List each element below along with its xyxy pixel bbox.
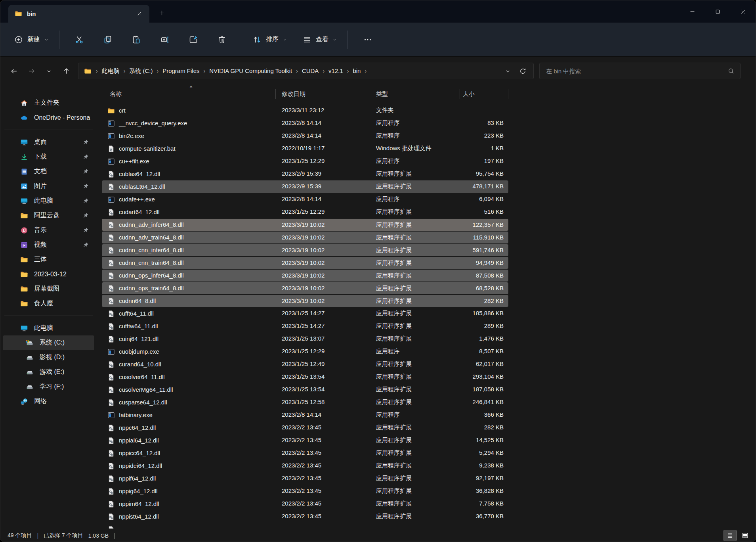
file-row[interactable]: cublas64_12.dll2023/2/9 15:39应用程序扩展95,75… bbox=[102, 168, 508, 180]
forward-button[interactable] bbox=[23, 63, 40, 79]
paste-button[interactable] bbox=[127, 31, 146, 49]
sidebar-item-网络[interactable]: 网络 bbox=[3, 394, 94, 409]
column-separator[interactable] bbox=[373, 89, 373, 99]
sidebar-item-阿里云盘[interactable]: 阿里云盘 bbox=[3, 208, 94, 223]
sidebar-item-食人魔[interactable]: 食人魔 bbox=[3, 296, 94, 311]
file-row[interactable]: cuobjdump.exe2023/1/25 12:29应用程序8,507 KB bbox=[102, 345, 508, 358]
refresh-icon[interactable] bbox=[515, 64, 530, 78]
file-row[interactable]: crt2023/3/11 23:12文件夹 bbox=[102, 104, 508, 117]
breadcrumb-item[interactable]: Program Files bbox=[160, 66, 202, 75]
column-separator[interactable] bbox=[508, 89, 508, 99]
file-row[interactable]: cudart64_12.dll2023/1/25 12:29应用程序扩展516 … bbox=[102, 206, 508, 218]
sidebar-item-屏幕截图[interactable]: 屏幕截图 bbox=[3, 282, 94, 296]
file-row[interactable]: cusolver64_11.dll2023/1/25 13:54应用程序扩展29… bbox=[102, 371, 508, 383]
file-row[interactable]: curand64_10.dll2023/1/25 12:49应用程序扩展62,0… bbox=[102, 358, 508, 371]
more-options-button[interactable] bbox=[358, 31, 377, 49]
file-row[interactable]: nppc64_12.dll2023/2/2 13:45应用程序扩展282 KB bbox=[102, 421, 508, 434]
file-row[interactable]: cublasLt64_12.dll2023/2/9 15:39应用程序扩展478… bbox=[102, 180, 508, 193]
file-row[interactable]: cu++filt.exe2023/1/25 12:29应用程序197 KB bbox=[102, 155, 508, 168]
file-row[interactable]: nppist64_12.dll2023/2/2 13:45应用程序扩展36,77… bbox=[102, 510, 508, 523]
file-date: 2023/3/19 10:02 bbox=[275, 295, 373, 307]
sidebar-item-此电脑[interactable]: 此电脑 bbox=[3, 321, 94, 335]
file-row[interactable]: cuinj64_121.dll2023/1/25 13:07应用程序扩展1,47… bbox=[102, 333, 508, 345]
breadcrumb-item[interactable]: 此电脑 bbox=[99, 66, 122, 75]
breadcrumb-item[interactable]: NVIDIA GPU Computing Toolkit bbox=[206, 66, 295, 75]
file-row[interactable]: compute-sanitizer.bat2022/10/19 1:17Wind… bbox=[102, 142, 508, 155]
dll-file-icon bbox=[107, 373, 115, 381]
file-date: 2023/1/25 14:27 bbox=[275, 320, 373, 333]
dll-file-icon bbox=[107, 234, 115, 241]
view-button[interactable]: 查看 bbox=[298, 32, 342, 48]
tab-bin[interactable]: bin bbox=[8, 5, 149, 23]
breadcrumb-item[interactable]: bin bbox=[350, 66, 363, 75]
maximize-button[interactable] bbox=[705, 0, 730, 23]
file-row[interactable]: bin2c.exe2023/2/8 14:14应用程序223 KB bbox=[102, 130, 508, 142]
tab-close-icon[interactable] bbox=[134, 8, 145, 19]
sort-button[interactable]: 排序 bbox=[248, 32, 292, 48]
sidebar-item-影视 (D:)[interactable]: 影视 (D:) bbox=[3, 350, 94, 365]
sidebar-item-系统 (C:)[interactable]: 系统 (C:) bbox=[3, 335, 94, 350]
back-button[interactable] bbox=[5, 63, 23, 79]
up-button[interactable] bbox=[57, 63, 75, 79]
search-input[interactable] bbox=[545, 67, 727, 75]
file-row[interactable]: nppicc64_12.dll2023/2/2 13:45应用程序扩展5,294… bbox=[102, 447, 508, 460]
file-row[interactable]: nppif64_12.dll2023/2/2 13:45应用程序扩展92,197… bbox=[102, 472, 508, 485]
sidebar-item-游戏 (E:)[interactable]: 游戏 (E:) bbox=[3, 365, 94, 379]
new-button[interactable]: 新建 bbox=[9, 32, 53, 48]
file-row[interactable]: fatbinary.exe2023/2/8 14:14应用程序366 KB bbox=[102, 409, 508, 421]
file-row[interactable]: nppial64_12.dll2023/2/2 13:45应用程序扩展14,52… bbox=[102, 434, 508, 447]
new-tab-button[interactable] bbox=[155, 6, 168, 19]
icons-view-button[interactable] bbox=[739, 530, 752, 541]
copy-button[interactable] bbox=[98, 31, 117, 49]
file-row[interactable] bbox=[102, 523, 508, 529]
close-button[interactable] bbox=[730, 0, 756, 23]
column-header-size[interactable]: 大小 bbox=[463, 90, 475, 98]
file-row[interactable]: cudnn_cnn_train64_8.dll2023/3/19 10:02应用… bbox=[102, 257, 508, 269]
column-header-name[interactable]: 名称 bbox=[110, 90, 122, 98]
breadcrumb-bar[interactable]: › 此电脑›系统 (C:)›Program Files›NVIDIA GPU C… bbox=[78, 63, 534, 79]
file-row[interactable]: cudnn_ops_infer64_8.dll2023/3/19 10:02应用… bbox=[102, 269, 508, 282]
details-view-button[interactable] bbox=[724, 530, 737, 541]
file-row[interactable]: cudnn_adv_train64_8.dll2023/3/19 10:02应用… bbox=[102, 231, 508, 244]
file-row[interactable]: nppig64_12.dll2023/2/2 13:45应用程序扩展36,828… bbox=[102, 485, 508, 498]
file-row[interactable]: cudafe++.exe2023/2/8 14:14应用程序6,094 KB bbox=[102, 193, 508, 206]
column-header-type[interactable]: 类型 bbox=[376, 90, 388, 98]
breadcrumb-item[interactable]: v12.1 bbox=[326, 66, 346, 75]
breadcrumb-item[interactable]: 系统 (C:) bbox=[126, 66, 155, 75]
file-row[interactable]: nppim64_12.dll2023/2/2 13:45应用程序扩展7,758 … bbox=[102, 498, 508, 510]
delete-button[interactable] bbox=[212, 31, 231, 49]
sidebar-item-文档[interactable]: 文档 bbox=[3, 164, 94, 179]
breadcrumb-item[interactable]: CUDA bbox=[299, 66, 322, 75]
file-size: 5,294 KB bbox=[460, 447, 508, 460]
rename-button[interactable] bbox=[155, 31, 174, 49]
sidebar-item-OneDrive - Persona[interactable]: OneDrive - Persona bbox=[3, 110, 94, 125]
sidebar-item-学习 (F:)[interactable]: 学习 (F:) bbox=[3, 379, 94, 394]
sidebar-item-此电脑[interactable]: 此电脑 bbox=[3, 193, 94, 208]
sidebar-item-2023-03-12[interactable]: 2023-03-12 bbox=[3, 267, 94, 282]
column-header-date[interactable]: 修改日期 bbox=[282, 90, 305, 98]
file-row[interactable]: cufftw64_11.dll2023/1/25 14:27应用程序扩展289 … bbox=[102, 320, 508, 333]
file-row[interactable]: nppidei64_12.dll2023/2/2 13:45应用程序扩展9,23… bbox=[102, 460, 508, 472]
sidebar-item-视频[interactable]: 视频 bbox=[3, 237, 94, 252]
column-separator[interactable] bbox=[275, 89, 276, 99]
file-row[interactable]: __nvcc_device_query.exe2023/2/8 14:14应用程… bbox=[102, 117, 508, 130]
file-row[interactable]: cudnn_ops_train64_8.dll2023/3/19 10:02应用… bbox=[102, 282, 508, 295]
sidebar-item-主文件夹[interactable]: 主文件夹 bbox=[3, 96, 94, 110]
file-row[interactable]: cusparse64_12.dll2023/1/25 12:58应用程序扩展24… bbox=[102, 396, 508, 409]
file-row[interactable]: cufft64_11.dll2023/1/25 14:27应用程序扩展185,8… bbox=[102, 307, 508, 320]
sidebar-item-桌面[interactable]: 桌面 bbox=[3, 135, 94, 149]
sidebar-item-三体[interactable]: 三体 bbox=[3, 252, 94, 267]
column-separator[interactable] bbox=[460, 89, 460, 99]
address-dropdown-icon[interactable] bbox=[500, 64, 515, 78]
sidebar-item-音乐[interactable]: 音乐 bbox=[3, 223, 94, 237]
share-button[interactable] bbox=[184, 31, 203, 49]
file-row[interactable]: cusolverMg64_11.dll2023/1/25 13:54应用程序扩展… bbox=[102, 383, 508, 396]
file-row[interactable]: cudnn_cnn_infer64_8.dll2023/3/19 10:02应用… bbox=[102, 244, 508, 257]
sidebar-item-下载[interactable]: 下载 bbox=[3, 149, 94, 164]
file-row[interactable]: cudnn64_8.dll2023/3/19 10:02应用程序扩展282 KB bbox=[102, 295, 508, 307]
sidebar-item-图片[interactable]: 图片 bbox=[3, 179, 94, 193]
minimize-button[interactable] bbox=[680, 0, 705, 23]
file-row[interactable]: cudnn_adv_infer64_8.dll2023/3/19 10:02应用… bbox=[102, 218, 508, 231]
recent-locations-button[interactable] bbox=[40, 63, 57, 79]
cut-button[interactable] bbox=[70, 31, 89, 49]
